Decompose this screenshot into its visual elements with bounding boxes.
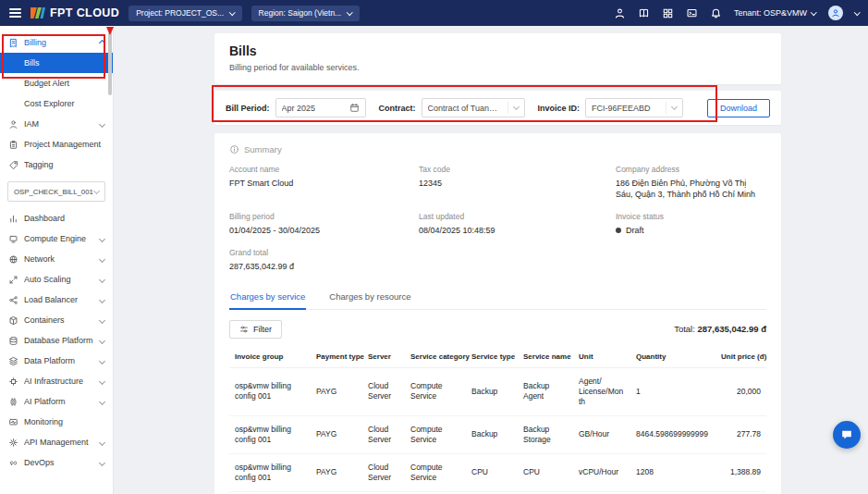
header-actions: Tenant: OSP&VMW	[614, 6, 859, 20]
sidebar-item-label: Monitoring	[24, 417, 104, 426]
ai-platform-icon	[8, 397, 18, 407]
chevron-down-icon	[99, 459, 105, 465]
tenant-selector[interactable]: Tenant: OSP&VMW	[734, 8, 816, 18]
table-row[interactable]: osp&vmw billing config 001PAYGCloud Serv…	[229, 453, 766, 491]
sidebar-item-bills[interactable]: Bills	[0, 53, 113, 73]
chevron-down-icon	[229, 9, 235, 15]
sidebar-item-monitoring[interactable]: Monitoring	[0, 412, 113, 432]
sidebar-item-label: Tagging	[24, 160, 104, 169]
sidebar-item-containers[interactable]: Containers	[0, 310, 113, 330]
apps-grid-icon[interactable]	[662, 7, 674, 19]
chevron-down-icon	[99, 438, 105, 445]
sidebar-item-ai-platform[interactable]: AI Platform	[0, 391, 113, 412]
col-server: Server	[362, 346, 405, 368]
col-unit-price: Unit price (đ)	[715, 346, 766, 368]
sidebar-item-label: Cost Explorer	[24, 99, 113, 108]
chevron-down-icon[interactable]	[854, 9, 860, 15]
sidebar-item-dashboard[interactable]: Dashboard	[0, 208, 113, 228]
charges-total-value: 287,635,042.99 đ	[698, 324, 766, 334]
sidebar-item-label: AI Infrastructure	[24, 377, 94, 386]
sidebar-item-billing[interactable]: Billing	[0, 32, 113, 53]
sidebar-item-devops[interactable]: DevOps	[0, 452, 113, 473]
notification-bell-icon[interactable]	[710, 7, 722, 19]
top-header: FPT CLOUD Project: PROJECT_OS... Region:…	[0, 0, 868, 26]
table-row[interactable]: osp&vmw billing config 001PAYGCloud Serv…	[229, 415, 766, 453]
chevron-down-icon	[671, 104, 678, 110]
chevron-down-icon	[811, 9, 816, 15]
data-platform-icon	[8, 356, 18, 366]
auto-scaling-icon	[8, 275, 18, 285]
chevron-down-icon	[512, 104, 519, 110]
download-button[interactable]: Download	[707, 99, 770, 117]
info-icon	[229, 144, 239, 154]
project-selector[interactable]: Project: PROJECT_OS...	[128, 6, 241, 21]
bill-period-input[interactable]: Apr 2025	[275, 98, 366, 117]
sidebar-item-tagging[interactable]: Tagging	[0, 154, 113, 175]
region-selector-label: Region: Saigon (Vietn...	[259, 8, 342, 18]
console-icon[interactable]	[686, 7, 698, 19]
sidebar-item-api-management[interactable]: API Management	[0, 432, 113, 452]
sidebar-item-label: IAM	[24, 119, 94, 129]
charges-table: Invoice group Payment type Server Servic…	[229, 346, 766, 494]
sidebar-item-label: Project Management	[24, 140, 104, 149]
chevron-down-icon	[99, 357, 105, 364]
sidebar-item-network[interactable]: Network	[0, 249, 113, 269]
sidebar-item-compute-engine[interactable]: Compute Engine	[0, 228, 113, 249]
sidebar-item-label: Compute Engine	[24, 234, 94, 243]
support-user-icon[interactable]	[614, 7, 626, 19]
summary-invoice-status: Invoice status Draft	[616, 212, 766, 236]
tab-charges-by-service[interactable]: Charges by service	[229, 286, 306, 310]
contract-select[interactable]: Contract of Tuannn52...	[422, 98, 525, 117]
sidebar-item-iam[interactable]: IAM	[0, 114, 113, 134]
invoice-id-label: Invoice ID:	[538, 104, 581, 113]
project-dropdown-value: OSP_CHECK_BILL_001	[14, 188, 94, 196]
table-toolbar: Filter Total: 287,635,042.99 đ	[229, 320, 766, 339]
chevron-up-icon	[99, 39, 105, 45]
sidebar-item-budget-alert[interactable]: Budget Alert	[0, 73, 113, 93]
monitoring-icon	[8, 417, 18, 427]
sidebar-item-label: Database Platform	[24, 336, 94, 345]
sidebar-item-project-management[interactable]: Project Management	[0, 134, 113, 154]
feedback-button[interactable]	[833, 421, 861, 449]
summary-last-updated: Last updated 08/04/2025 10:48:59	[419, 212, 616, 236]
sidebar-item-label: Network	[24, 254, 94, 264]
sidebar-item-auto-scaling[interactable]: Auto Scaling	[0, 269, 113, 290]
filter-button[interactable]: Filter	[229, 320, 282, 339]
containers-icon	[8, 315, 18, 326]
ai-infrastructure-icon	[8, 377, 18, 387]
sidebar-item-data-platform[interactable]: Data Platform	[0, 351, 113, 371]
chevron-down-icon	[99, 120, 105, 127]
summary-title: Summary	[244, 144, 282, 154]
sidebar-item-cost-explorer[interactable]: Cost Explorer	[0, 93, 113, 114]
sidebar-project-dropdown[interactable]: OSP_CHECK_BILL_001	[7, 181, 105, 202]
invoice-id-value: FCI-96FEEABD	[592, 104, 651, 113]
avatar[interactable]	[828, 6, 843, 20]
col-service-type: Service type	[466, 346, 518, 368]
status-badge: Draft	[626, 225, 644, 236]
menu-icon[interactable]	[9, 8, 21, 18]
devops-icon	[8, 458, 18, 468]
sidebar-scrollbar[interactable]	[108, 29, 112, 95]
catalog-icon[interactable]	[638, 7, 650, 19]
summary-header: Summary	[229, 144, 766, 154]
api-management-icon	[8, 438, 18, 448]
chevron-down-icon	[99, 337, 105, 343]
col-service-category: Service category	[405, 346, 466, 368]
invoice-id-select[interactable]: FCI-96FEEABD	[585, 98, 683, 117]
contract-label: Contract:	[379, 104, 416, 113]
bill-period-label: Bill Period:	[226, 104, 270, 113]
sidebar-item-load-balancer[interactable]: Load Balancer	[0, 290, 113, 310]
sidebar-item-database-platform[interactable]: Database Platform	[0, 330, 113, 351]
region-selector[interactable]: Region: Saigon (Vietn...	[251, 6, 360, 21]
summary-grand-total: Grand total 287,635,042.99 đ	[229, 248, 419, 272]
load-balancer-icon	[8, 295, 18, 305]
tab-charges-by-resource[interactable]: Charges by resource	[328, 286, 411, 309]
table-row[interactable]: osp&vmw billing config 001PAYGCloud Serv…	[229, 367, 766, 415]
sidebar: Billing Bills Budget Alert Cost Explorer…	[0, 26, 114, 494]
summary-tax-code: Tax code 12345	[419, 165, 616, 200]
dashboard-icon	[8, 214, 18, 224]
sidebar-item-ai-infrastructure[interactable]: AI Infrastructure	[0, 371, 113, 391]
summary-account-name: Account name FPT Smart Cloud	[229, 165, 419, 200]
sidebar-item-label: Dashboard	[24, 214, 104, 223]
contract-value: Contract of Tuannn52...	[428, 104, 502, 113]
